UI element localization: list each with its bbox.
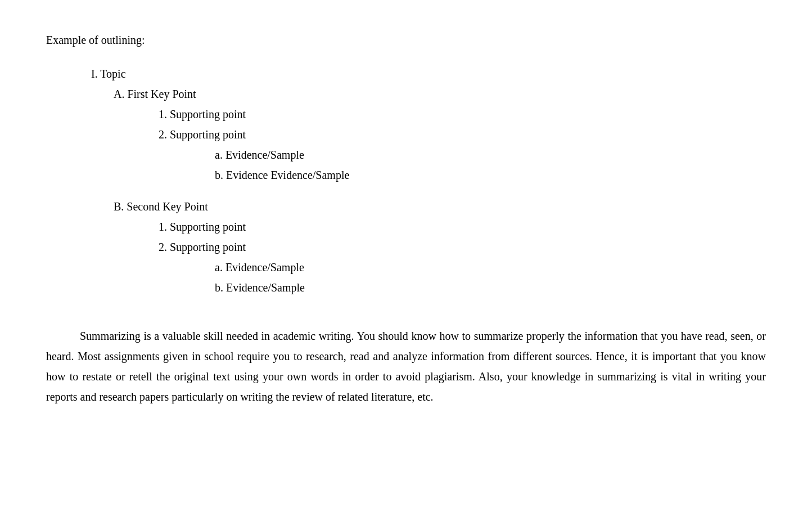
outline-section-a-item2: 2. Supporting point [159,124,766,145]
outline-section-a-item1: 1. Supporting point [159,104,766,124]
outline-section-a-label: A. First Key Point [114,84,766,104]
outline-section-b-item1: 1. Supporting point [159,217,766,237]
outline-section-b-item2: 2. Supporting point [159,237,766,257]
outline-section-a-evidence-a: a. Evidence/Sample [215,145,766,165]
outline-section: I. Topic A. First Key Point 1. Supportin… [91,64,766,298]
summary-paragraph: Summarizing is a valuable skill needed i… [46,326,766,407]
outline-topic: I. Topic [91,64,766,84]
outline-section-a-evidence-b: b. Evidence Evidence/Sample [215,165,766,185]
outline-section-b-evidence-a: a. Evidence/Sample [215,257,766,277]
outline-section-b-label: B. Second Key Point [114,196,766,217]
page-container: Example of outlining: I. Topic A. First … [46,23,766,418]
outline-section-b-evidence-b: b. Evidence/Sample [215,277,766,298]
intro-line: Example of outlining: [46,34,766,47]
